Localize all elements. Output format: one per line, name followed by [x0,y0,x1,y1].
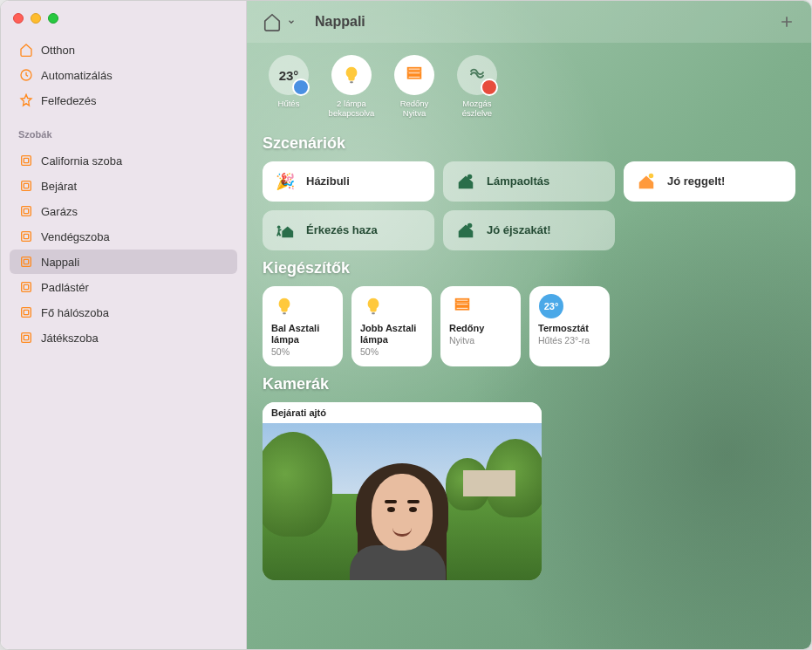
status-circle [394,55,434,95]
fullscreen-window-button[interactable] [48,13,58,24]
sidebar-item-label: Vendégszoba [41,230,110,243]
titlebar: Nappali [247,1,811,43]
scene-label: Házibuli [306,174,350,188]
accessory-status: 50% [360,346,423,357]
scene-icon [455,171,476,192]
minimize-window-button[interactable] [31,13,41,24]
scene-tile[interactable]: Jó éjszakát! [443,210,615,250]
svg-rect-13 [22,308,31,318]
sidebar: Otthon Automatizálás Felfedezés Szobák C… [1,1,247,649]
accessory-name: Termosztát [538,323,601,334]
sidebar-item-room[interactable]: Játékszoba [10,325,237,350]
accessory-tile[interactable]: Bal Asztali lámpa 50% [263,286,343,366]
sidebar-item-label: Fő hálószoba [41,306,109,319]
status-label: 2 lámpa bekapcsolva [325,99,378,119]
camera-feed [263,423,542,580]
status-label: Mozgás észlelve [451,99,503,119]
svg-rect-16 [24,335,28,339]
room-icon [18,229,34,244]
status-row: 23° Hűtés 2 lámpa bekapcsolva Redőny Nyi… [263,55,795,119]
svg-point-24 [467,223,473,229]
sidebar-item-label: Garázs [41,205,78,218]
scene-icon [636,171,657,192]
svg-rect-7 [22,232,31,242]
svg-rect-26 [372,312,375,314]
scene-icon [275,220,296,241]
svg-rect-12 [24,284,28,289]
traffic-lights [1,1,246,32]
svg-rect-9 [22,257,31,267]
sidebar-item-room[interactable]: Vendégszoba [10,224,237,249]
sidebar-section-header: Szobák [1,119,246,143]
status-circle [331,55,372,95]
home-selector[interactable] [261,10,296,33]
room-icon [18,178,34,194]
accessory-icon [360,293,386,319]
scenes-grid: 🎉 Házibuli Lámpaoltás Jó reggelt! Érkezé… [263,161,795,250]
page-title: Nappali [315,14,365,30]
svg-rect-15 [22,333,31,343]
status-label: Hűtés [278,99,300,108]
accessory-status: Nyitva [449,335,512,346]
accessory-name: Redőny [449,323,512,334]
camera-name: Bejárati ajtó [263,402,542,423]
home-icon [18,42,34,58]
accessory-tile[interactable]: 23° Termosztát Hűtés 23°-ra [529,286,610,366]
svg-rect-27 [456,299,469,302]
svg-rect-28 [456,303,469,305]
scene-tile[interactable]: Lámpaoltás [443,161,615,202]
camera-tile[interactable]: Bejárati ajtó [263,402,542,580]
sidebar-item-room[interactable]: Fő hálószoba [10,300,237,325]
sidebar-item-room[interactable]: Nappali [10,250,237,274]
status-chip[interactable]: 23° Hűtés [263,55,315,119]
sidebar-item-room[interactable]: Garázs [10,199,237,223]
svg-rect-18 [408,68,421,71]
scene-label: Érkezés haza [306,223,378,236]
status-chip[interactable]: 2 lámpa bekapcsolva [325,55,378,119]
sidebar-item-room[interactable]: California szoba [10,148,237,173]
svg-rect-5 [22,207,31,216]
room-icon [18,279,34,295]
app-window: Otthon Automatizálás Felfedezés Szobák C… [0,0,812,650]
svg-rect-11 [22,283,31,292]
scene-label: Jó éjszakát! [487,223,551,236]
room-icon [18,153,34,168]
scene-tile[interactable]: Jó reggelt! [624,161,795,202]
sidebar-item-label: Padlástér [41,281,89,294]
sidebar-item-room[interactable]: Padlástér [10,275,237,299]
sidebar-item-label: Felfedezés [41,94,97,107]
status-chip[interactable]: Redőny Nyitva [388,55,440,119]
sidebar-item-home[interactable]: Otthon [10,38,237,62]
accessory-status: 50% [271,346,334,357]
accessory-tile[interactable]: Redőny Nyitva [440,286,521,366]
sidebar-item-discover[interactable]: Felfedezés [10,88,237,113]
close-window-button[interactable] [13,13,24,24]
star-icon [18,92,34,108]
section-title-cameras: Kamerák [263,375,795,393]
accessory-name: Bal Asztali lámpa [271,323,334,346]
scene-icon: 🎉 [275,171,296,192]
svg-rect-29 [456,307,469,310]
accessory-icon [449,293,475,319]
svg-rect-4 [24,183,28,188]
room-icon [18,203,34,219]
scene-tile[interactable]: 🎉 Házibuli [263,161,434,202]
room-icon [18,254,34,270]
sidebar-item-room[interactable]: Bejárat [10,174,237,198]
sidebar-nav: Otthon Automatizálás Felfedezés [1,32,246,119]
svg-point-21 [467,174,473,180]
add-button[interactable] [776,11,797,32]
svg-point-23 [277,225,281,229]
sidebar-item-automation[interactable]: Automatizálás [10,63,237,87]
accessory-icon: 23° [538,293,564,319]
chevron-down-icon [287,17,296,26]
main-content: Nappali 23° Hűtés 2 lámpa bekapcsolva Re… [247,1,811,649]
svg-rect-14 [24,310,28,314]
sidebar-item-label: Bejárat [41,180,77,193]
content-scroll[interactable]: 23° Hűtés 2 lámpa bekapcsolva Redőny Nyi… [247,43,811,649]
status-chip[interactable]: Mozgás észlelve [451,55,503,119]
svg-rect-17 [350,81,353,83]
scene-tile[interactable]: Érkezés haza [263,210,434,250]
accessory-tile[interactable]: Jobb Asztali lámpa 50% [351,286,432,366]
accessory-icon [271,293,297,319]
